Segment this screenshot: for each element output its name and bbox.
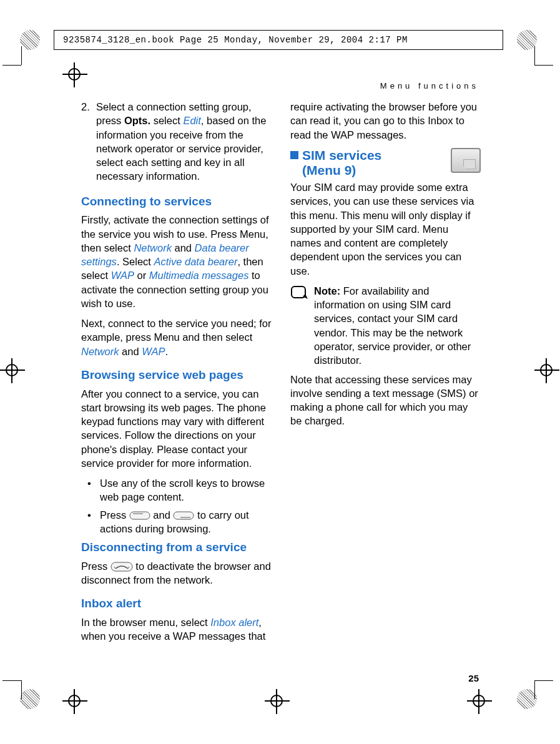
crop-registration-mark [265, 689, 290, 714]
text: Note that accessing these services may i… [290, 373, 481, 428]
running-head: Menu functions [380, 81, 479, 91]
section-marker-icon [290, 151, 298, 159]
page-number: 25 [468, 673, 479, 683]
step-2: 2. Select a connection setting group, pr… [81, 100, 272, 184]
text: Next, connect to the service you need; f… [81, 318, 272, 343]
section-title: SIM services [302, 148, 381, 163]
section-subtitle: (Menu 9) [302, 163, 381, 178]
header-band: 9235874_3128_en.book Page 25 Monday, Nov… [54, 30, 503, 50]
step-number: 2. [81, 100, 96, 184]
wap-option: WAP [142, 346, 165, 357]
text: In the browser menu, select [81, 617, 210, 628]
text: Your SIM card may provide some extra ser… [290, 180, 481, 278]
svg-rect-2 [174, 512, 194, 519]
end-key-icon [111, 562, 133, 572]
bullet-icon: • [87, 476, 100, 504]
crop-registration-mark [62, 689, 87, 714]
mms-option: Multimedia messages [149, 270, 249, 281]
text: or [134, 270, 149, 281]
text: Use any of the scroll keys to browse web… [100, 476, 272, 504]
crop-registration-mark [534, 358, 559, 383]
text: After you connect to a service, you can … [81, 387, 272, 471]
crop-registration-mark [62, 62, 87, 87]
heading-connecting: Connecting to services [81, 193, 272, 210]
page-content: 2. Select a connection setting group, pr… [81, 100, 481, 649]
crop-registration-mark [0, 358, 25, 383]
sim-card-icon [451, 148, 481, 173]
section-sim-services: SIM services (Menu 9) [290, 148, 481, 178]
hatch-circle [20, 689, 40, 709]
text: For availability and information on usin… [314, 285, 471, 366]
text: . [165, 346, 169, 357]
text: and [172, 242, 195, 253]
svg-rect-0 [130, 512, 150, 519]
note-block: Note: For availability and information o… [290, 284, 481, 368]
inbox-alert-option: Inbox alert [210, 617, 258, 628]
text: and [150, 509, 174, 521]
edit-option: Edit [183, 115, 200, 126]
heading-browsing: Browsing service web pages [81, 367, 272, 383]
text: . Select [117, 256, 154, 267]
bullet-item: • Press and to carry out actions during … [87, 508, 272, 536]
softkey-right-icon [173, 511, 194, 520]
text: and [119, 346, 142, 357]
crop-registration-mark [467, 689, 492, 714]
network-option: Network [134, 242, 172, 253]
heading-disconnecting: Disconnecting from a service [81, 539, 272, 556]
softkey-left-icon [129, 511, 150, 520]
opts-label: Opts. [124, 115, 150, 126]
hatch-circle [20, 30, 40, 50]
bullet-icon: • [87, 508, 100, 536]
note-icon [290, 284, 314, 368]
wap-option: WAP [111, 270, 134, 281]
heading-inbox-alert: Inbox alert [81, 595, 272, 612]
text: Press [100, 509, 129, 521]
active-data-bearer-option: Active data bearer [154, 256, 238, 267]
text: Press [81, 560, 111, 572]
note-label: Note: [314, 285, 340, 296]
bullet-item: • Use any of the scroll keys to browse w… [87, 476, 272, 504]
network-option: Network [81, 346, 119, 357]
text: select [150, 115, 183, 126]
